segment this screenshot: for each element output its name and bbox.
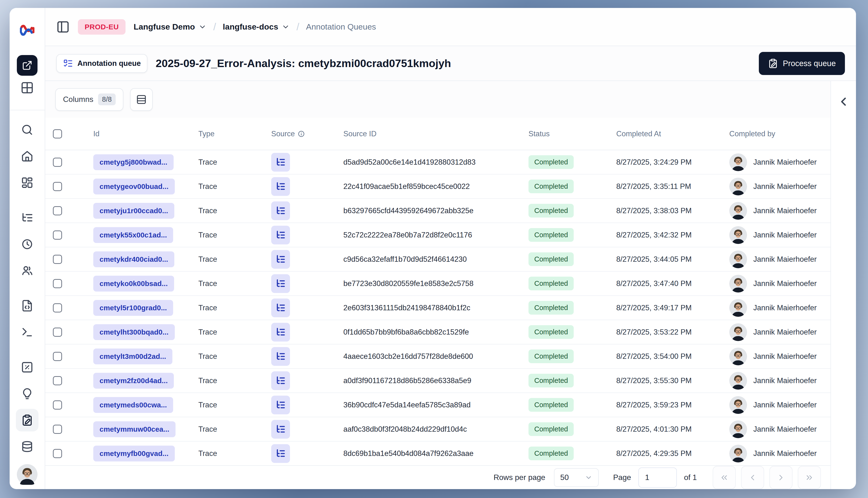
table-row[interactable]: cmetyju1r00ccad0... Trace b63297665cfd44… [45,199,830,223]
trace-source-icon[interactable] [271,201,290,220]
item-id-link[interactable]: cmetymyfb00gvad... [93,446,175,461]
sidebar-item-sessions-clock[interactable] [14,231,40,258]
trace-source-icon[interactable] [271,323,290,342]
row-checkbox[interactable] [53,449,62,458]
breadcrumb-item[interactable]: Langfuse Demo [134,22,207,31]
collapse-panel-icon[interactable] [837,95,850,108]
trace-source-icon[interactable] [271,226,290,245]
select-all-checkbox[interactable] [53,129,62,139]
row-checkbox[interactable] [53,182,62,191]
table-panel: Columns 8/8 Id Type Source [45,81,831,489]
sidebar-item-evaluation[interactable] [14,354,40,380]
column-header-source-id[interactable]: Source ID [344,130,529,138]
chevron-right-button[interactable] [769,466,792,489]
item-id-link[interactable]: cmetyl5r100grad0... [93,300,173,316]
item-id-link[interactable]: cmetyk55x00c1ad... [93,227,173,243]
column-header-status[interactable]: Status [529,130,616,138]
table-row[interactable]: cmetymeds00cwa... Trace 36b90cdfc47e5da1… [45,393,830,417]
row-checkbox[interactable] [53,158,62,167]
breadcrumb-item[interactable]: Annotation Queues [306,22,376,31]
source-id: 22c41f09acae5b1ef859bcec45ce0022 [344,182,529,191]
column-header-id[interactable]: Id [93,130,198,138]
item-id-link[interactable]: cmetylht300bqad0... [93,324,175,340]
item-id-link[interactable]: cmetyg5j800bwad... [93,154,173,170]
trace-source-icon[interactable] [271,274,290,293]
completed-by-name: Jannik Maierhoefer [753,255,817,264]
trace-source-icon[interactable] [271,250,290,269]
columns-button[interactable]: Columns 8/8 [55,88,124,111]
trace-source-icon[interactable] [271,371,290,390]
column-header-completed-at[interactable]: Completed At [616,130,729,138]
item-id-link[interactable]: cmetyko0k00bsad... [93,276,174,291]
chevron-left-button[interactable] [741,466,764,489]
page-input[interactable] [638,468,677,488]
sidebar-item-annotation[interactable] [16,409,38,431]
sidebar-item-table[interactable] [14,76,40,100]
process-queue-button[interactable]: Process queue [759,52,845,75]
row-checkbox[interactable] [53,279,62,288]
sidebar-item-users[interactable] [14,258,40,284]
row-checkbox[interactable] [53,425,62,434]
table-row[interactable]: cmetymyfb00gvad... Trace 8dc69b1ba1e540b… [45,442,830,466]
trace-source-icon[interactable] [271,177,290,196]
row-checkbox[interactable] [53,303,62,313]
row-checkbox[interactable] [53,376,62,385]
sidebar-toggle-icon[interactable] [56,20,70,34]
trace-source-icon[interactable] [271,396,290,414]
table-row[interactable]: cmetygeov00buad... Trace 22c41f09acae5b1… [45,174,830,199]
trace-tree-icon [275,448,286,459]
item-id-link[interactable]: cmetyju1r00ccad0... [93,203,174,219]
sidebar-item-lightbulb[interactable] [14,380,40,407]
sidebar-item-traces[interactable] [14,205,40,231]
sidebar-item-home[interactable] [14,143,40,169]
table-row[interactable]: cmetylt3m00d2ad... Trace 4aaece1603cb2e1… [45,344,830,369]
table-row[interactable]: cmetymmuw00cea... Trace aaf0c38db0f3f204… [45,417,830,442]
row-checkbox[interactable] [53,401,62,409]
table-row[interactable]: cmetyl5r100grad0... Trace 2e603f31361115… [45,296,830,320]
annotation-queue-badge[interactable]: Annotation queue [56,54,147,73]
sidebar-item-external-link[interactable] [17,55,38,76]
row-checkbox[interactable] [53,231,62,240]
row-checkbox[interactable] [53,255,62,264]
item-id-link[interactable]: cmetygeov00buad... [93,179,175,194]
trace-source-icon[interactable] [271,420,290,438]
column-header-type[interactable]: Type [198,130,271,138]
chevrons-left-button[interactable] [713,466,736,489]
langfuse-logo-icon[interactable] [19,22,35,38]
table-row[interactable]: cmetylht300bqad0... Trace 0f1dd65b7bb9bf… [45,320,830,344]
column-header-completed-by[interactable]: Completed by [729,130,830,138]
chevrons-right-button[interactable] [798,466,821,489]
item-id-link[interactable]: cmetykdr400ciad0... [93,251,174,267]
table-row[interactable]: cmetyk55x00c1ad... Trace 52c72c2222ea78e… [45,223,830,247]
rows-per-page-select[interactable]: 50 [554,468,599,487]
environment-badge[interactable]: PROD-EU [78,19,126,35]
trace-source-icon[interactable] [271,444,290,463]
column-header-source[interactable]: Source [271,130,344,138]
item-id-link[interactable]: cmetym2fz00d4ad... [93,373,174,389]
search-icon [21,123,34,136]
sidebar-item-datasets[interactable] [14,433,40,460]
sidebar-item-search[interactable] [14,117,40,143]
row-height-button[interactable] [130,88,153,111]
sidebar-item-playground[interactable] [14,319,40,345]
row-checkbox[interactable] [53,328,62,337]
item-type: Trace [198,207,271,215]
table-row[interactable]: cmetyko0k00bsad... Trace be7723e30d80205… [45,272,830,296]
status-badge: Completed [529,204,574,218]
item-id-link[interactable]: cmetymmuw00cea... [93,421,176,437]
trace-source-icon[interactable] [271,299,290,317]
table-row[interactable]: cmetykdr400ciad0... Trace c9d56ca32efaff… [45,247,830,272]
trace-source-icon[interactable] [271,347,290,366]
sidebar-item-dashboard[interactable] [14,169,40,196]
app-window: PROD-EU Langfuse Demo/langfuse-docs/Anno… [10,8,856,489]
item-id-link[interactable]: cmetymeds00cwa... [93,397,173,413]
sidebar-item-prompts[interactable] [14,292,40,319]
table-row[interactable]: cmetyg5j800bwad... Trace d5ad9d52a00c6e1… [45,150,830,174]
user-avatar[interactable] [17,464,38,485]
table-row[interactable]: cmetym2fz00d4ad... Trace a0df3f901167218… [45,369,830,393]
breadcrumb-item[interactable]: langfuse-docs [223,22,290,31]
row-checkbox[interactable] [53,206,62,215]
row-checkbox[interactable] [53,352,62,361]
item-id-link[interactable]: cmetylt3m00d2ad... [93,349,172,364]
trace-source-icon[interactable] [271,153,290,172]
